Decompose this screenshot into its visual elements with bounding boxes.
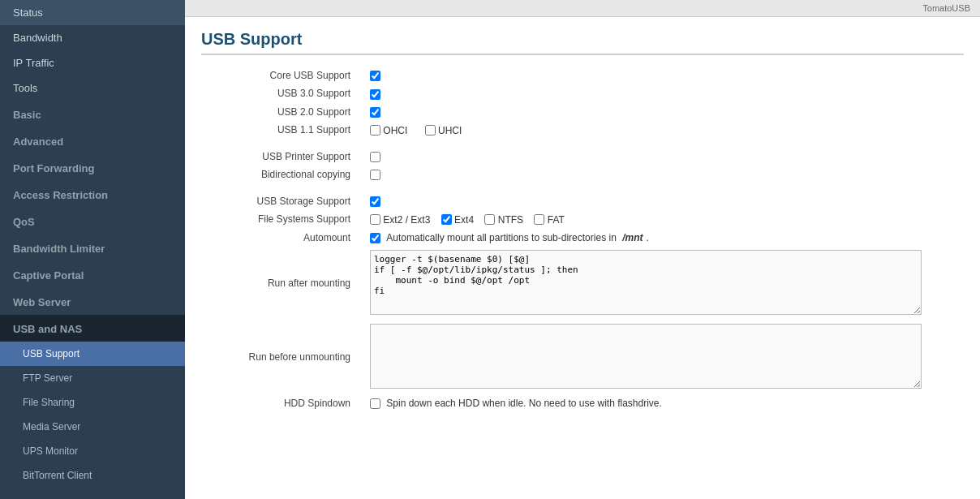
ext2-checkbox[interactable] [370, 214, 380, 225]
printer-value [363, 148, 964, 166]
table-row: File Systems Support Ext2 / Ext3 Ext4 NT… [201, 210, 964, 229]
sidebar-item-web-server[interactable]: Web Server [0, 288, 185, 315]
table-row: HDD Spindown Spin down each HDD when idl… [201, 394, 964, 412]
sidebar-item-bandwidth-limiter[interactable]: Bandwidth Limiter [0, 234, 185, 261]
run-after-value [363, 247, 964, 320]
automount-note: Automatically mount all partitions to su… [386, 232, 619, 243]
printer-checkbox[interactable] [370, 152, 380, 162]
ntfs-label: NTFS [498, 214, 523, 226]
printer-label: USB Printer Support [201, 148, 363, 166]
brand-label: TomatoUSB [922, 3, 970, 13]
run-before-label: Run before unmounting [201, 320, 363, 394]
sidebar-item-status[interactable]: Status [0, 0, 185, 25]
usb20-checkbox[interactable] [370, 107, 380, 118]
ext4-label: Ext4 [454, 214, 474, 226]
table-row: Run after mounting [201, 247, 964, 320]
sidebar-item-bittorrent-client[interactable]: BitTorrent Client [0, 463, 185, 488]
usb30-checkbox[interactable] [370, 89, 380, 100]
sidebar-item-file-sharing[interactable]: File Sharing [0, 390, 185, 415]
content-area: USB Support Core USB Support USB 3.0 Sup… [185, 17, 980, 499]
run-before-value [363, 320, 964, 394]
sidebar-item-basic[interactable]: Basic [0, 101, 185, 127]
usb30-value [363, 84, 964, 102]
filesystems-label: File Systems Support [201, 210, 363, 229]
bidirectional-value [363, 166, 964, 183]
table-row: Run before unmounting [201, 320, 964, 394]
sidebar-item-usb-support[interactable]: USB Support [0, 342, 185, 366]
usb-support-form: Core USB Support USB 3.0 Support USB 2.0… [201, 67, 964, 412]
sidebar-item-port-forwarding[interactable]: Port Forwarding [0, 154, 185, 181]
fat-checkbox[interactable] [534, 214, 544, 225]
ext2-label: Ext2 / Ext3 [383, 214, 430, 226]
core-usb-value [363, 67, 964, 84]
ntfs-checkbox[interactable] [484, 214, 495, 225]
usb20-value [363, 103, 964, 121]
run-after-textarea[interactable] [370, 250, 922, 315]
run-before-textarea[interactable] [370, 324, 922, 389]
ext4-checkbox[interactable] [441, 214, 452, 225]
usb11-label: USB 1.1 Support [201, 121, 363, 140]
usb11-value: OHCI UHCI [363, 121, 964, 140]
storage-label: USB Storage Support [201, 191, 363, 209]
sidebar-item-qos[interactable]: QoS [0, 208, 185, 234]
sidebar-item-bandwidth[interactable]: Bandwidth [0, 25, 185, 50]
sidebar-item-ftp-server[interactable]: FTP Server [0, 366, 185, 390]
uhci-label: UHCI [438, 125, 462, 136]
sidebar-item-ip-traffic[interactable]: IP Traffic [0, 50, 185, 75]
table-row: USB 1.1 Support OHCI UHCI [201, 121, 964, 140]
usb30-label: USB 3.0 Support [201, 84, 363, 102]
automount-period: . [646, 232, 648, 243]
automount-value: Automatically mount all partitions to su… [363, 229, 964, 247]
sidebar-item-tools[interactable]: Tools [0, 75, 185, 101]
fat-label: FAT [548, 214, 565, 226]
table-row: Core USB Support [201, 67, 964, 84]
bidirectional-label: Bidirectional copying [201, 166, 363, 183]
sidebar-item-advanced[interactable]: Advanced [0, 127, 185, 154]
page-title: USB Support [201, 30, 964, 55]
topbar: TomatoUSB [185, 0, 980, 17]
core-usb-checkbox[interactable] [370, 71, 380, 81]
table-row: USB Printer Support [201, 148, 964, 166]
sidebar-item-ups-monitor[interactable]: UPS Monitor [0, 439, 185, 463]
bidirectional-checkbox[interactable] [370, 170, 380, 180]
hdd-spindown-checkbox[interactable] [370, 398, 380, 409]
table-row: USB 3.0 Support [201, 84, 964, 102]
sidebar-item-usb-and-nas[interactable]: USB and NAS [0, 315, 185, 342]
ohci-label: OHCI [383, 125, 407, 136]
usb11-ohci-checkbox[interactable] [370, 125, 380, 136]
hdd-spindown-label: HDD Spindown [201, 394, 363, 412]
storage-checkbox[interactable] [370, 196, 380, 207]
sidebar-item-access-restriction[interactable]: Access Restriction [0, 181, 185, 208]
sidebar: StatusBandwidthIP TrafficToolsBasicAdvan… [0, 0, 185, 499]
usb11-uhci-checkbox[interactable] [425, 125, 436, 136]
sidebar-item-captive-portal[interactable]: Captive Portal [0, 261, 185, 288]
table-row: Bidirectional copying [201, 166, 964, 183]
main-panel: TomatoUSB USB Support Core USB Support U… [185, 0, 980, 499]
hdd-spindown-value: Spin down each HDD when idle. No need to… [363, 394, 964, 412]
table-row: Automount Automatically mount all partit… [201, 229, 964, 247]
filesystems-value: Ext2 / Ext3 Ext4 NTFS FAT [363, 210, 964, 229]
table-row: USB Storage Support [201, 191, 964, 209]
automount-checkbox[interactable] [370, 233, 380, 243]
automount-path: /mnt [622, 232, 643, 243]
table-row: USB 2.0 Support [201, 103, 964, 121]
run-after-label: Run after mounting [201, 247, 363, 320]
sidebar-item-media-server[interactable]: Media Server [0, 415, 185, 439]
hdd-spindown-note: Spin down each HDD when idle. No need to… [386, 398, 662, 409]
storage-value [363, 191, 964, 209]
automount-label: Automount [201, 229, 363, 247]
usb20-label: USB 2.0 Support [201, 103, 363, 121]
core-usb-label: Core USB Support [201, 67, 363, 84]
